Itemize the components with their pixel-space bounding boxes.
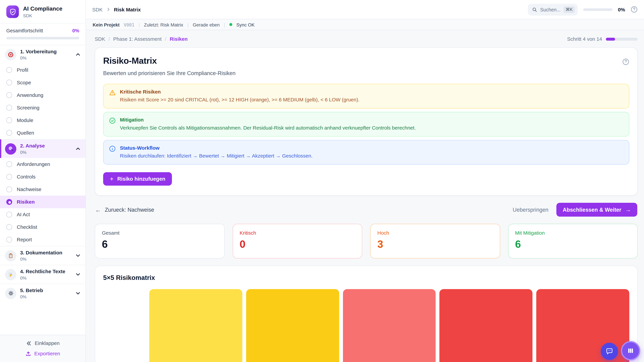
chat-fab[interactable] bbox=[601, 343, 618, 360]
back-button[interactable]: ← Zurueck: Nachweise bbox=[95, 206, 154, 213]
topbar-breadcrumb-current: Risk Matrix bbox=[114, 6, 141, 12]
app-subtitle: SDK bbox=[23, 13, 62, 18]
radio-icon bbox=[6, 161, 12, 167]
double-chevron-left-icon bbox=[26, 340, 31, 346]
matrix-cell[interactable] bbox=[149, 289, 242, 362]
version-badge: V001 bbox=[124, 22, 134, 27]
help-button[interactable] bbox=[630, 6, 638, 13]
matrix-heading: 5×5 Risikomatrix bbox=[103, 274, 630, 281]
callout-status-workflow: Status-Workflow Risiken durchlaufen: Ide… bbox=[103, 140, 630, 165]
sidebar-item-quellen[interactable]: Quellen bbox=[0, 126, 86, 139]
radio-icon bbox=[6, 237, 12, 243]
section-progress: 0% bbox=[20, 55, 57, 60]
radio-icon bbox=[6, 67, 12, 73]
columns-icon bbox=[627, 347, 634, 355]
section-title: 3. Dokumentation bbox=[20, 250, 62, 256]
time-label: Gerade eben bbox=[193, 22, 220, 27]
arrow-right-icon: → bbox=[625, 206, 631, 213]
sidebar-section-vorbereitung[interactable]: 1. Vorbereitung 0% bbox=[0, 45, 86, 64]
shield-logo bbox=[6, 5, 19, 18]
app-logo-row: AI Compliance SDK bbox=[0, 0, 86, 23]
breadcrumb-root[interactable]: SDK bbox=[95, 36, 105, 42]
add-risk-button[interactable]: + Risiko hinzufuegen bbox=[103, 172, 172, 186]
callout-title: Mitigation bbox=[120, 117, 416, 123]
sidebar-item-controls[interactable]: Controls bbox=[0, 171, 86, 183]
divider: | bbox=[187, 22, 188, 27]
stat-card-kritisch: Kritisch 0 bbox=[232, 224, 362, 258]
divider: / bbox=[108, 36, 110, 42]
export-button[interactable]: Exportieren bbox=[26, 351, 60, 357]
breadcrumb-phase[interactable]: Phase 1: Assessment bbox=[113, 36, 162, 42]
matrix-cell[interactable] bbox=[246, 289, 339, 362]
step-progress: Schritt 4 von 14 bbox=[567, 36, 638, 42]
stat-label: Hoch bbox=[377, 230, 493, 236]
info-icon bbox=[109, 145, 116, 159]
divider: / bbox=[165, 36, 166, 42]
callout-body: Verknuepfen Sie Controls als Mitigations… bbox=[120, 125, 416, 131]
sidebar: AI Compliance SDK Gesamtfortschritt 0% 1… bbox=[0, 0, 86, 362]
topbar-breadcrumb-root[interactable]: SDK bbox=[92, 6, 103, 12]
sidebar-section-dokumentation[interactable]: 3. Dokumentation 0% bbox=[0, 246, 86, 265]
matrix-cell[interactable] bbox=[343, 289, 436, 362]
stat-label: Gesamt bbox=[102, 230, 218, 236]
stats-row: Gesamt 6 Kritisch 0 Hoch 3 Mit Mitigatio… bbox=[95, 224, 638, 258]
app-title: AI Compliance bbox=[23, 6, 62, 12]
sidebar-item-screening[interactable]: Screening bbox=[0, 101, 86, 114]
content-breadcrumb-row: SDK / Phase 1: Assessment / Risiken Schr… bbox=[95, 36, 638, 42]
app-identity: AI Compliance SDK bbox=[23, 6, 62, 18]
sidebar-item-scope[interactable]: Scope bbox=[0, 76, 86, 89]
sidebar-item-module[interactable]: Module bbox=[0, 114, 86, 126]
risk-matrix-intro-card: Risiko-Matrix Bewerten und priorisieren … bbox=[95, 47, 638, 196]
stat-value: 6 bbox=[102, 239, 218, 250]
stat-value: 6 bbox=[515, 239, 630, 250]
topbar-right: Suchen... ⌘K 0% bbox=[528, 3, 638, 15]
matrix-cell[interactable] bbox=[440, 289, 532, 362]
topbar-progress-value: 0% bbox=[618, 6, 625, 12]
sidebar-section-analyse[interactable]: 2. Analyse 0% bbox=[0, 139, 86, 158]
step-progress-fill bbox=[606, 37, 615, 40]
sidebar-footer: Einklappen Exportieren bbox=[0, 335, 86, 362]
search-shortcut-badge: ⌘K bbox=[564, 6, 575, 13]
sidebar-item-profil[interactable]: Profil bbox=[0, 64, 86, 76]
collapse-sidebar-button[interactable]: Einklappen bbox=[26, 340, 60, 346]
card-help-button[interactable] bbox=[622, 58, 630, 65]
skip-button[interactable]: Ueberspringen bbox=[513, 207, 548, 213]
radio-icon bbox=[6, 187, 12, 192]
section-title: 5. Betrieb bbox=[20, 287, 43, 294]
matrix-row-label bbox=[103, 289, 146, 362]
page-subtitle: Bewerten und priorisieren Sie Ihre Compl… bbox=[103, 70, 630, 76]
app-stage: AI Compliance SDK Gesamtfortschritt 0% 1… bbox=[0, 0, 644, 362]
chevron-up-icon bbox=[76, 146, 80, 151]
complete-next-button[interactable]: Abschliessen & Weiter → bbox=[556, 203, 637, 217]
plus-icon: + bbox=[110, 176, 114, 182]
matrix-grid bbox=[103, 289, 630, 362]
chevron-right-icon bbox=[106, 7, 111, 12]
sidebar-item-report[interactable]: Report bbox=[0, 233, 86, 246]
sidebar-section-rechtliche-texte[interactable]: 4. Rechtliche Texte 0% bbox=[0, 265, 86, 284]
sidebar-item-nachweise[interactable]: Nachweise bbox=[0, 183, 86, 196]
board-view-fab[interactable] bbox=[621, 341, 640, 360]
sidebar-nav: 1. Vorbereitung 0% Profil Scope Anwendun… bbox=[0, 45, 86, 335]
sidebar-item-checklist[interactable]: Checklist bbox=[0, 221, 86, 233]
search-input[interactable]: Suchen... ⌘K bbox=[528, 3, 578, 15]
breadcrumb: SDK / Phase 1: Assessment / Risiken bbox=[95, 36, 188, 42]
page-title: Risiko-Matrix bbox=[103, 56, 630, 66]
sidebar-item-ai-act[interactable]: AI Act bbox=[0, 208, 86, 221]
warning-icon bbox=[109, 89, 116, 103]
sidebar-item-anforderungen[interactable]: Anforderungen bbox=[0, 158, 86, 171]
radio-selected-icon bbox=[6, 199, 12, 205]
shield-check-icon bbox=[9, 8, 16, 15]
step-progress-bar bbox=[606, 37, 638, 40]
section-progress: 0% bbox=[20, 275, 66, 280]
callout-title: Status-Workflow bbox=[120, 145, 312, 151]
stat-card-hoch: Hoch 3 bbox=[370, 224, 500, 258]
topbar: SDK Risk Matrix Suchen... ⌘K 0% bbox=[86, 0, 644, 19]
section-progress: 0% bbox=[20, 150, 45, 155]
target-icon bbox=[5, 49, 16, 60]
sidebar-item-risiken[interactable]: Risiken bbox=[0, 196, 86, 208]
chevron-down-icon bbox=[76, 291, 80, 296]
help-icon bbox=[630, 6, 638, 13]
sidebar-item-anwendung[interactable]: Anwendung bbox=[0, 89, 86, 101]
sidebar-section-betrieb[interactable]: 5. Betrieb 0% bbox=[0, 284, 86, 303]
risk-matrix-card: 5×5 Risikomatrix bbox=[95, 266, 638, 362]
